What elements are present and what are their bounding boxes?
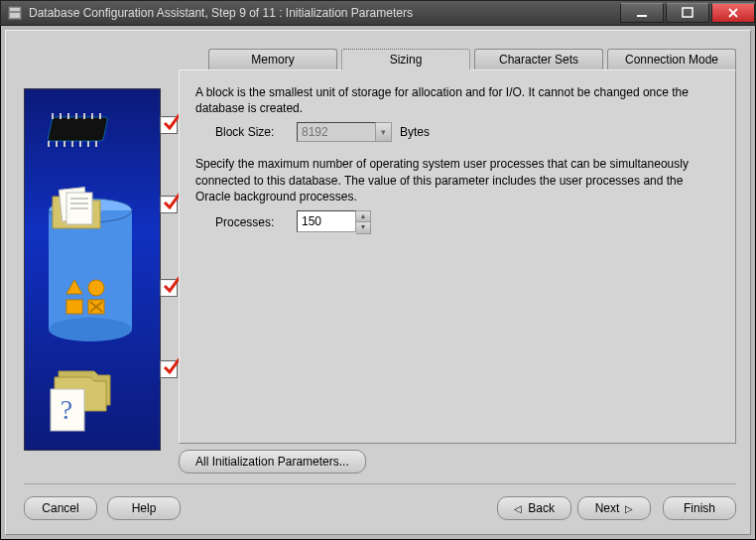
tab-character-sets[interactable]: Character Sets [474,49,603,70]
tab-memory[interactable]: Memory [208,49,337,70]
svg-rect-2 [10,13,20,18]
svg-rect-5 [48,117,108,141]
app-icon [7,5,23,21]
tab-sizing[interactable]: Sizing [341,49,470,70]
block-size-unit: Bytes [400,125,430,139]
svg-rect-1 [10,8,20,11]
help-button[interactable]: Help [107,496,181,520]
minimize-button[interactable] [620,3,664,23]
processes-description: Specify the maximum number of operating … [195,156,719,204]
step-check-2 [160,196,178,213]
svg-rect-3 [637,15,647,17]
back-arrow-icon: ◁ [514,503,522,514]
step-check-3 [160,279,178,297]
finish-button[interactable]: Finish [663,496,736,520]
next-arrow-icon: ▷ [625,503,633,514]
cancel-button[interactable]: Cancel [24,496,97,520]
next-button-label: Next [595,501,620,515]
svg-point-30 [88,280,104,296]
tab-connection-mode[interactable]: Connection Mode [607,49,736,70]
window-titlebar: Database Configuration Assistant, Step 9… [0,0,756,26]
back-button-label: Back [528,501,555,515]
close-button[interactable] [711,3,755,23]
step-check-4 [160,360,178,378]
all-init-params-button[interactable]: All Initialization Parameters... [179,450,366,473]
svg-rect-4 [683,8,693,17]
next-button[interactable]: Next ▷ [577,496,651,520]
block-size-dropdown-icon: ▾ [376,122,392,142]
processes-spin-up[interactable]: ▲ [356,211,370,222]
block-size-description: A block is the smallest unit of storage … [195,84,719,116]
tab-bar: Memory Sizing Character Sets Connection … [208,49,736,70]
processes-label: Processes: [215,215,289,229]
window-title: Database Configuration Assistant, Step 9… [29,6,618,20]
sizing-panel: A block is the smallest unit of storage … [179,69,736,444]
step-check-1 [160,116,178,134]
back-button[interactable]: ◁ Back [497,496,571,520]
block-size-input [297,122,376,142]
processes-input[interactable] [297,210,356,232]
maximize-button[interactable] [666,3,709,23]
svg-point-22 [49,318,132,341]
svg-rect-31 [66,300,82,314]
svg-text:?: ? [61,394,72,425]
wizard-footer: Cancel Help ◁ Back Next ▷ Finish [24,483,736,520]
wizard-sidebar: ? [24,88,161,451]
processes-spin-down[interactable]: ▼ [356,222,370,233]
block-size-label: Block Size: [215,125,289,139]
